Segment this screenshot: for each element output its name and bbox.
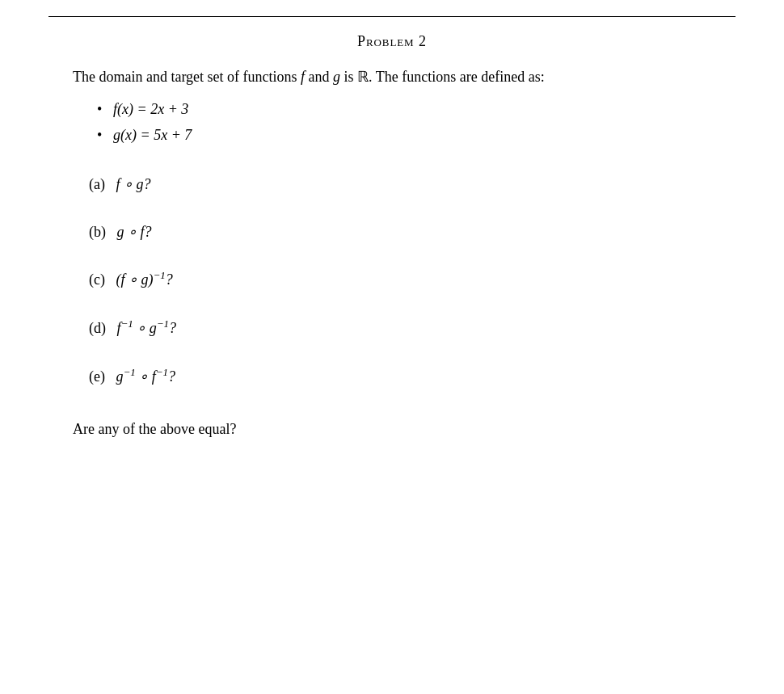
part-e-expression: g−1 ∘ f−1? <box>116 368 175 385</box>
top-rule <box>48 16 736 17</box>
part-d-label: (d) <box>89 320 106 336</box>
part-c-expression: (f ∘ g)−1? <box>116 271 172 288</box>
part-e-label: (e) <box>89 368 105 385</box>
problem-statement: The domain and target set of functions f… <box>73 66 736 88</box>
part-d: (d) f−1 ∘ g−1? <box>89 316 736 340</box>
part-e: (e) g−1 ∘ f−1? <box>89 364 736 389</box>
part-b: (b) g ∘ f? <box>89 221 736 244</box>
final-question: Are any of the above equal? <box>73 421 736 438</box>
part-d-expression: f−1 ∘ g−1? <box>117 320 177 336</box>
function-g-expr: g(x) = 5x + 7 <box>113 127 192 143</box>
problem-title: Problem 2 <box>48 33 736 50</box>
part-a-expression: f ∘ g? <box>116 176 150 192</box>
page-container: Problem 2 The domain and target set of f… <box>0 0 784 694</box>
function-g: g(x) = 5x + 7 <box>97 122 736 148</box>
part-b-expression: g ∘ f? <box>117 224 152 240</box>
problem-title-text: Problem 2 <box>357 33 427 49</box>
part-a: (a) f ∘ g? <box>89 173 736 196</box>
function-f: f(x) = 2x + 3 <box>97 96 736 122</box>
part-c: (c) (f ∘ g)−1? <box>89 267 736 292</box>
final-question-text: Are any of the above equal? <box>73 421 236 437</box>
part-a-label: (a) <box>89 176 105 192</box>
function-list: f(x) = 2x + 3 g(x) = 5x + 7 <box>97 96 736 149</box>
part-c-label: (c) <box>89 271 105 288</box>
part-b-label: (b) <box>89 224 106 240</box>
function-f-expr: f(x) = 2x + 3 <box>113 101 188 117</box>
